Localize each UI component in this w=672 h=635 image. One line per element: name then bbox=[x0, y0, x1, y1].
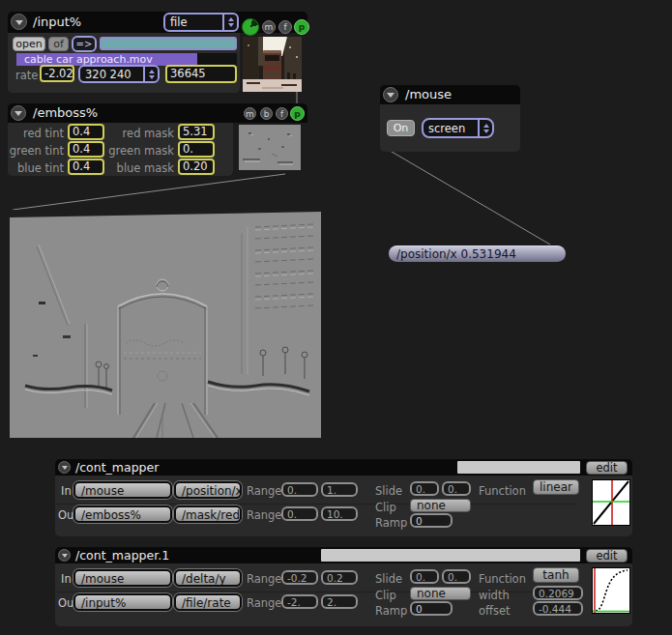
button-label: edit bbox=[596, 461, 617, 475]
green-mask-field[interactable]: 0. bbox=[178, 141, 215, 158]
out-param-field[interactable]: /file/rate bbox=[174, 593, 242, 611]
in-range-lo-field[interactable]: 0. bbox=[281, 482, 318, 497]
out-range-lo-field[interactable]: 0. bbox=[281, 506, 318, 521]
value-meter bbox=[457, 461, 580, 474]
width-label: width bbox=[479, 589, 510, 602]
open-button[interactable]: open bbox=[13, 37, 45, 51]
function-graph-tanh bbox=[592, 567, 630, 614]
node-title: /emboss% bbox=[33, 105, 98, 120]
width-field[interactable]: 0.2069 bbox=[533, 586, 583, 600]
collapse-button[interactable] bbox=[383, 87, 398, 102]
button-label: b bbox=[264, 109, 270, 119]
clip-label: Clip bbox=[375, 589, 396, 602]
function-select-button[interactable]: tanh bbox=[533, 567, 579, 583]
send-button[interactable]: => bbox=[72, 36, 97, 52]
input-mode-dropdown[interactable]: file bbox=[163, 13, 239, 32]
emboss-node-body: red tint 0.4 green tint 0.4 blue tint 0.… bbox=[8, 123, 233, 176]
collapse-button[interactable] bbox=[58, 461, 71, 474]
scrub-slider[interactable] bbox=[100, 37, 237, 50]
out-source-field[interactable]: /emboss% bbox=[73, 505, 172, 523]
range-label: Range bbox=[247, 508, 281, 522]
red-mask-field[interactable]: 5.31 bbox=[178, 124, 215, 140]
out-range-lo-field[interactable]: -2. bbox=[281, 594, 318, 609]
of-button[interactable]: of bbox=[48, 37, 69, 51]
play-button[interactable]: p bbox=[290, 106, 305, 121]
loop-button[interactable] bbox=[242, 18, 259, 36]
slide-label: Slide bbox=[375, 572, 402, 586]
ramp-field[interactable]: 0 bbox=[410, 513, 453, 528]
out-source-field[interactable]: /input% bbox=[73, 593, 172, 611]
in-source-field[interactable]: /mouse bbox=[73, 481, 172, 499]
clip-select-button[interactable]: none bbox=[410, 499, 471, 512]
bypass-button[interactable]: b bbox=[260, 107, 273, 120]
button-label: of bbox=[53, 38, 64, 50]
in-source-field[interactable]: /mouse bbox=[73, 569, 172, 587]
stepper-arrows-icon[interactable] bbox=[478, 120, 492, 136]
in-param-field[interactable]: /delta/y bbox=[174, 569, 242, 587]
red-tint-field[interactable]: 0.4 bbox=[68, 124, 104, 140]
in-range-hi-field[interactable]: 1. bbox=[321, 482, 358, 497]
button-label: linear bbox=[540, 480, 572, 494]
slide-label: Slide bbox=[375, 484, 402, 498]
position-x-readout[interactable]: /position/x 0.531944 bbox=[389, 245, 566, 262]
slide-b-field[interactable]: 0. bbox=[442, 569, 471, 584]
offset-field[interactable]: -0.444 bbox=[533, 601, 583, 616]
out-range-hi-field[interactable]: 10. bbox=[321, 506, 358, 521]
button-label: open bbox=[15, 38, 42, 50]
in-range-lo-field[interactable]: -0.2 bbox=[281, 570, 318, 585]
freeze-button[interactable]: f bbox=[278, 20, 292, 34]
emboss-output-preview bbox=[10, 210, 321, 438]
green-tint-field[interactable]: 0.4 bbox=[68, 141, 104, 158]
on-button[interactable]: On bbox=[387, 120, 415, 136]
slide-a-field[interactable]: 0. bbox=[410, 569, 439, 584]
param-label: red mask bbox=[102, 127, 174, 140]
chevron-down-icon bbox=[15, 111, 22, 116]
offset-label: offset bbox=[479, 604, 511, 618]
button-label: On bbox=[394, 122, 409, 134]
out-param-field[interactable]: /mask/red bbox=[174, 505, 242, 523]
freeze-button[interactable]: f bbox=[276, 107, 288, 120]
in-param-field[interactable]: /position/x bbox=[174, 481, 242, 499]
row-divider bbox=[55, 504, 577, 505]
function-graph-linear bbox=[592, 479, 630, 526]
in-label: In bbox=[61, 572, 72, 586]
resolution-dropdown[interactable]: 320 240 bbox=[78, 65, 160, 83]
chevron-down-icon bbox=[15, 20, 23, 25]
blue-mask-field[interactable]: 0.20 bbox=[178, 159, 215, 175]
blue-tint-field[interactable]: 0.4 bbox=[68, 159, 104, 175]
rate-field[interactable]: -2.02 bbox=[40, 65, 74, 82]
mute-button[interactable]: m bbox=[244, 107, 256, 120]
param-label: red tint bbox=[8, 127, 64, 140]
function-label: Function bbox=[479, 484, 526, 498]
frame-field[interactable]: 36645 bbox=[165, 65, 237, 83]
mute-button[interactable]: m bbox=[262, 20, 276, 34]
ramp-field[interactable]: 0 bbox=[410, 601, 453, 616]
button-label: edit bbox=[596, 549, 617, 563]
function-select-button[interactable]: linear bbox=[533, 479, 579, 495]
collapse-button[interactable] bbox=[11, 105, 26, 121]
stepper-arrows-icon[interactable] bbox=[143, 67, 158, 81]
out-range-hi-field[interactable]: 2. bbox=[321, 594, 358, 609]
collapse-button[interactable] bbox=[58, 549, 71, 562]
param-label: blue mask bbox=[102, 161, 174, 175]
cont-mapper1-node: /cont_mapper.1 edit In /mouse /delta/y R… bbox=[55, 547, 632, 626]
input-node: /input% file m f p open of => cable car … bbox=[8, 12, 307, 93]
emboss-output-thumbnail bbox=[239, 125, 301, 170]
slide-a-field[interactable]: 0. bbox=[410, 481, 439, 496]
in-range-hi-field[interactable]: 0.2 bbox=[321, 570, 358, 585]
clip-select-button[interactable]: none bbox=[410, 587, 471, 600]
button-label: f bbox=[283, 22, 286, 32]
dropdown-value: 320 240 bbox=[80, 67, 143, 81]
cont-mapper-body: In /mouse /position/x Range 0. 1. Out /e… bbox=[55, 476, 632, 536]
mouse-node-body: On screen bbox=[380, 104, 520, 152]
play-button[interactable]: p bbox=[294, 19, 309, 35]
patch-canvas: /input% file m f p open of => cable car … bbox=[0, 0, 672, 635]
screen-dropdown[interactable]: screen bbox=[422, 118, 494, 138]
chevron-down-icon bbox=[62, 554, 68, 558]
node-title: /cont_mapper bbox=[75, 460, 159, 475]
slide-b-field[interactable]: 0. bbox=[442, 481, 471, 496]
collapse-button[interactable] bbox=[11, 14, 27, 30]
stepper-arrows-icon[interactable] bbox=[222, 14, 237, 30]
edit-button[interactable]: edit bbox=[586, 549, 628, 563]
edit-button[interactable]: edit bbox=[586, 461, 628, 475]
